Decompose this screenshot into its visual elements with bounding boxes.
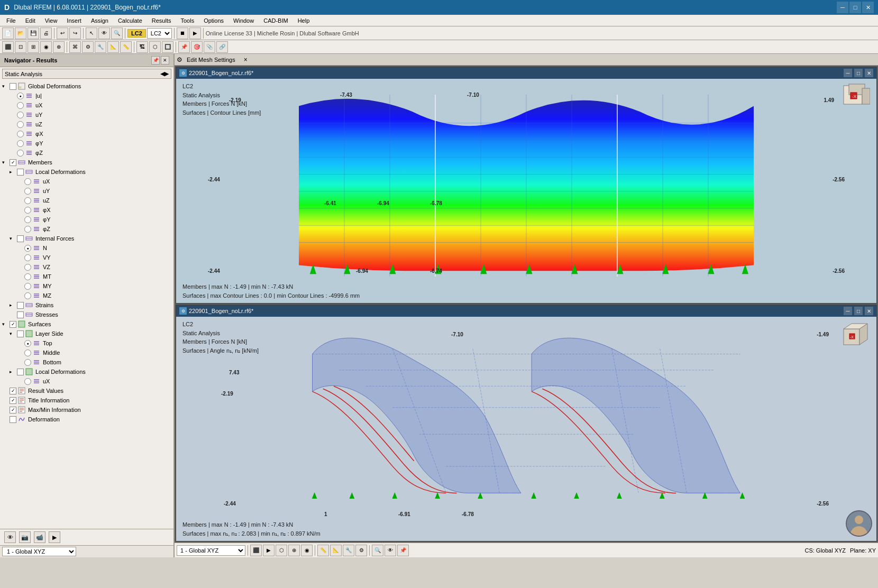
tree-item-N[interactable]: N (0, 243, 173, 253)
tree-item-m-ux[interactable]: uX (0, 177, 173, 186)
tree-checkbox-max-min-information[interactable] (10, 407, 16, 414)
menu-calculate[interactable]: Calculate (114, 16, 147, 25)
bot-btn8[interactable]: 🔧 (343, 545, 354, 556)
tree-item-m-phiy[interactable]: φY (0, 215, 173, 224)
menu-edit[interactable]: Edit (21, 16, 40, 25)
menu-help[interactable]: Help (294, 16, 314, 25)
bot-btn3[interactable]: ⬡ (276, 545, 287, 556)
tree-item-phix[interactable]: φX (0, 129, 173, 139)
tree-item-strains[interactable]: ▸Strains (0, 300, 173, 310)
bot-btn11[interactable]: 👁 (385, 545, 396, 556)
tree-item-ux[interactable]: uX (0, 100, 173, 110)
tree-radio-ux[interactable] (17, 102, 24, 109)
coordinate-system-combo[interactable]: 1 - Global XYZ (2, 547, 76, 556)
nav-camera-btn[interactable]: 📷 (19, 531, 31, 543)
tree-item-stresses[interactable]: Stresses (0, 310, 173, 319)
play-btn[interactable]: ▶ (189, 27, 201, 39)
tb2-btn9[interactable]: 📐 (107, 41, 119, 53)
tree-radio-uz[interactable] (17, 121, 24, 128)
tree-radio-m-phiy[interactable] (24, 216, 31, 223)
new-btn[interactable]: 📄 (2, 27, 14, 39)
tb2-btn10[interactable]: 📏 (120, 41, 132, 53)
tree-item-top[interactable]: Top (0, 338, 173, 348)
nav-eye-btn[interactable]: 👁 (4, 531, 16, 543)
close-button[interactable]: ✕ (862, 2, 874, 13)
menu-insert[interactable]: Insert (62, 16, 86, 25)
bottom-combo[interactable]: 1 - Global XYZ (177, 545, 245, 556)
tb2-btn2[interactable]: ⊡ (15, 41, 26, 53)
view-btn[interactable]: 👁 (98, 27, 110, 39)
tree-item-layer-side[interactable]: ▾Layer Side (0, 329, 173, 338)
save-btn[interactable]: 💾 (28, 27, 39, 39)
select-btn[interactable]: ↖ (86, 27, 97, 39)
tree-item-m-phix[interactable]: φX (0, 205, 173, 215)
bot-btn12[interactable]: 📌 (397, 545, 409, 556)
bot-btn10[interactable]: 🔍 (372, 545, 383, 556)
tree-item-m-phiz[interactable]: φZ (0, 224, 173, 234)
nav-more-btn[interactable]: ▶ (49, 531, 60, 543)
tree-item-s-ux[interactable]: uX (0, 376, 173, 386)
tree-radio-bottom[interactable] (24, 359, 31, 366)
tree-item-middle[interactable]: Middle (0, 348, 173, 357)
tree-checkbox-result-values[interactable] (10, 388, 16, 394)
menu-options[interactable]: Options (199, 16, 228, 25)
tree-radio-m-uz[interactable] (24, 197, 31, 204)
tree-radio-phix[interactable] (17, 131, 24, 137)
tree-item-phiz[interactable]: φZ (0, 148, 173, 158)
tree-radio-ul[interactable] (17, 93, 24, 99)
tree-radio-Mz[interactable] (24, 292, 31, 299)
viewport-top-minimize[interactable]: ─ (844, 69, 852, 77)
tree-checkbox-title-information[interactable] (10, 397, 16, 404)
tree-checkbox-internal-forces[interactable] (17, 235, 24, 242)
tree-item-deformation[interactable]: Deformation (0, 415, 173, 424)
open-btn[interactable]: 📂 (15, 27, 26, 39)
tree-radio-My[interactable] (24, 283, 31, 290)
tree-item-My[interactable]: MY (0, 281, 173, 291)
viewport-bottom-cube[interactable]: -X (841, 321, 870, 350)
nav-close-btn[interactable]: ✕ (161, 56, 169, 65)
tree-checkbox-s-local-deformations[interactable] (17, 369, 24, 375)
bot-btn4[interactable]: ⊕ (288, 545, 300, 556)
tb2-btn17[interactable]: 🔗 (216, 41, 228, 53)
tree-item-phiy[interactable]: φY (0, 139, 173, 148)
tb2-btn12[interactable]: ⬡ (149, 41, 161, 53)
tb2-btn16[interactable]: 📎 (204, 41, 215, 53)
tree-item-max-min-information[interactable]: Max/Min Information (0, 405, 173, 415)
tree-radio-middle[interactable] (24, 350, 31, 356)
tree-item-global-deformations[interactable]: ▾uGlobal Deformations (0, 81, 173, 91)
bot-btn9[interactable]: ⚙ (355, 545, 367, 556)
tree-radio-s-ux[interactable] (24, 378, 31, 385)
menu-window[interactable]: Window (229, 16, 258, 25)
viewport-bottom-minimize[interactable]: ─ (844, 307, 852, 315)
tb2-btn7[interactable]: ⚙ (82, 41, 94, 53)
tree-radio-m-ux[interactable] (24, 178, 31, 185)
tree-item-m-uy[interactable]: uY (0, 186, 173, 196)
tb2-btn4[interactable]: ◉ (40, 41, 52, 53)
tb2-btn13[interactable]: 🔲 (162, 41, 173, 53)
tree-radio-uy[interactable] (17, 112, 24, 118)
tree-checkbox-strains[interactable] (17, 302, 24, 309)
tree-radio-top[interactable] (24, 340, 31, 347)
bot-btn5[interactable]: ◉ (301, 545, 313, 556)
lc-dropdown[interactable]: LC2 (147, 28, 172, 39)
tree-item-bottom[interactable]: Bottom (0, 357, 173, 367)
menu-cad-bim[interactable]: CAD-BIM (259, 16, 292, 25)
mesh-tab-close-btn[interactable]: × (244, 56, 248, 63)
bot-btn6[interactable]: 📏 (317, 545, 329, 556)
lc-badge[interactable]: LC2 (127, 29, 146, 38)
tree-item-members[interactable]: ▾Members (0, 158, 173, 167)
tree-item-internal-forces[interactable]: ▾Internal Forces (0, 234, 173, 243)
maximize-button[interactable]: □ (849, 2, 861, 13)
tree-checkbox-deformation[interactable] (10, 416, 16, 423)
tree-checkbox-local-deformations[interactable] (17, 169, 24, 176)
tb2-btn15[interactable]: 🎯 (191, 41, 203, 53)
viewport-bottom-maximize[interactable]: □ (854, 307, 863, 315)
tree-item-result-values[interactable]: Result Values (0, 386, 173, 396)
undo-btn[interactable]: ↩ (57, 27, 68, 39)
tree-checkbox-members[interactable] (10, 159, 16, 166)
nav-video-btn[interactable]: 📹 (34, 531, 45, 543)
tb2-btn14[interactable]: 📌 (178, 41, 190, 53)
tree-item-Vz[interactable]: VZ (0, 262, 173, 272)
menu-file[interactable]: File (2, 16, 20, 25)
tree-item-Mz[interactable]: MZ (0, 291, 173, 300)
